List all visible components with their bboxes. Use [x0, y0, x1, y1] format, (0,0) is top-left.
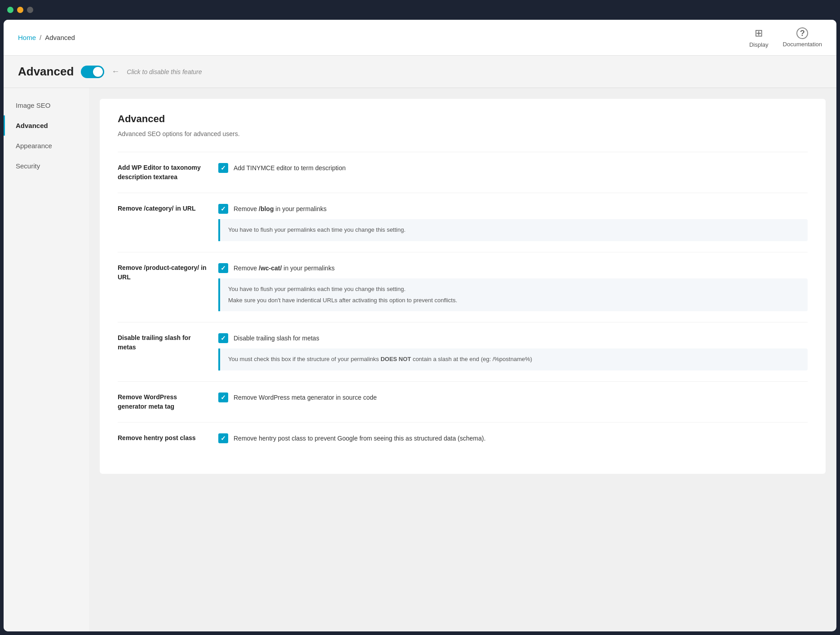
info-box-trailing-slash: You must check this box if the structure…: [218, 348, 808, 370]
checkbox-row-wp-generator: Remove WordPress meta generator in sourc…: [218, 392, 808, 402]
checkbox-row-category: Remove /blog in your permalinks: [218, 204, 808, 214]
checkbox-row-product-category: Remove /wc-cat/ in your permalinks: [218, 263, 808, 273]
settings-row-category: Remove /category/ in URL Remove /blog in…: [118, 193, 808, 252]
display-icon: ⊞: [752, 27, 765, 40]
info-text-trailing-slash: You must check this box if the structure…: [228, 356, 532, 362]
sidebar-item-advanced[interactable]: Advanced: [4, 115, 89, 136]
feature-hint: Click to disable this feature: [127, 68, 202, 75]
settings-row-trailing-slash: Disable trailing slash for metas Disable…: [118, 322, 808, 381]
topnav-actions: ⊞ Display ? Documentation: [749, 27, 822, 48]
display-label: Display: [749, 41, 769, 48]
main-layout: Image SEO Advanced Appearance Security A…: [4, 88, 836, 631]
documentation-label: Documentation: [783, 41, 822, 48]
settings-row-product-category: Remove /product-category/ in URL Remove …: [118, 252, 808, 322]
checkbox-row-trailing-slash: Disable trailing slash for metas: [218, 333, 808, 343]
info-box-category: You have to flush your permalinks each t…: [218, 219, 808, 241]
settings-label-hentry: Remove hentry post class: [118, 433, 208, 449]
breadcrumb-separator: /: [40, 34, 41, 41]
feature-arrow: ←: [111, 67, 119, 76]
settings-label-wp-editor: Add WP Editor to taxonomy description te…: [118, 163, 208, 182]
checkbox-row-hentry: Remove hentry post class to prevent Goog…: [218, 433, 808, 443]
documentation-action[interactable]: ? Documentation: [783, 27, 822, 48]
dot-gray[interactable]: [27, 7, 33, 13]
dot-green[interactable]: [7, 7, 13, 13]
section-desc: Advanced SEO options for advanced users.: [118, 130, 808, 137]
sidebar-label-security: Security: [16, 162, 40, 170]
checkbox-row-wp-editor: Add TINYMCE editor to term description: [218, 163, 808, 173]
feature-title: Advanced: [18, 65, 74, 79]
sidebar-label-image-seo: Image SEO: [16, 101, 51, 109]
breadcrumb-current: Advanced: [45, 34, 75, 41]
settings-control-category: Remove /blog in your permalinks You have…: [218, 204, 808, 241]
settings-control-wp-editor: Add TINYMCE editor to term description: [218, 163, 808, 182]
checkbox-label-hentry: Remove hentry post class to prevent Goog…: [234, 435, 486, 442]
dot-yellow[interactable]: [17, 7, 23, 13]
settings-label-wp-generator: Remove WordPress generator meta tag: [118, 392, 208, 411]
checkbox-hentry[interactable]: [218, 433, 228, 443]
display-action[interactable]: ⊞ Display: [749, 27, 769, 48]
feature-toggle[interactable]: [81, 66, 104, 78]
sidebar-item-image-seo[interactable]: Image SEO: [4, 95, 89, 115]
checkbox-label-product-category: Remove /wc-cat/ in your permalinks: [234, 265, 335, 272]
toggle-slider: [81, 66, 104, 78]
settings-label-product-category: Remove /product-category/ in URL: [118, 263, 208, 312]
checkbox-product-category[interactable]: [218, 263, 228, 273]
checkbox-label-trailing-slash: Disable trailing slash for metas: [234, 335, 319, 342]
settings-row-wp-editor: Add WP Editor to taxonomy description te…: [118, 152, 808, 193]
checkbox-wp-editor[interactable]: [218, 163, 228, 173]
breadcrumb: Home / Advanced: [18, 34, 75, 41]
settings-row-wp-generator: Remove WordPress generator meta tag Remo…: [118, 381, 808, 422]
content-card: Advanced Advanced SEO options for advanc…: [100, 99, 826, 474]
settings-control-trailing-slash: Disable trailing slash for metas You mus…: [218, 333, 808, 370]
info-text-product-category-2: Make sure you don't have indentical URLs…: [228, 296, 800, 305]
feature-header: Advanced ← Click to disable this feature: [4, 56, 836, 88]
sidebar: Image SEO Advanced Appearance Security: [4, 88, 89, 631]
topnav: Home / Advanced ⊞ Display ? Documentatio…: [4, 20, 836, 56]
checkbox-label-wp-editor: Add TINYMCE editor to term description: [234, 164, 346, 172]
checkbox-label-category: Remove /blog in your permalinks: [234, 205, 327, 212]
app-window: Home / Advanced ⊞ Display ? Documentatio…: [4, 20, 836, 631]
checkbox-wp-generator[interactable]: [218, 392, 228, 402]
sidebar-label-appearance: Appearance: [16, 142, 52, 150]
sidebar-item-security[interactable]: Security: [4, 156, 89, 176]
sidebar-label-advanced: Advanced: [16, 122, 48, 129]
settings-label-category: Remove /category/ in URL: [118, 204, 208, 241]
checkbox-trailing-slash[interactable]: [218, 333, 228, 343]
section-title: Advanced: [118, 113, 808, 125]
settings-control-wp-generator: Remove WordPress meta generator in sourc…: [218, 392, 808, 411]
settings-control-product-category: Remove /wc-cat/ in your permalinks You h…: [218, 263, 808, 312]
settings-control-hentry: Remove hentry post class to prevent Goog…: [218, 433, 808, 449]
sidebar-item-appearance[interactable]: Appearance: [4, 136, 89, 156]
breadcrumb-home-link[interactable]: Home: [18, 34, 36, 41]
settings-row-hentry: Remove hentry post class Remove hentry p…: [118, 422, 808, 459]
checkbox-label-wp-generator: Remove WordPress meta generator in sourc…: [234, 394, 377, 401]
settings-label-trailing-slash: Disable trailing slash for metas: [118, 333, 208, 370]
content-area: Advanced Advanced SEO options for advanc…: [89, 88, 836, 631]
info-box-product-category: You have to flush your permalinks each t…: [218, 278, 808, 312]
info-text-product-category-1: You have to flush your permalinks each t…: [228, 285, 800, 294]
info-text-category: You have to flush your permalinks each t…: [228, 226, 406, 233]
titlebar: [0, 0, 840, 20]
checkbox-category[interactable]: [218, 204, 228, 214]
documentation-icon: ?: [796, 27, 808, 39]
